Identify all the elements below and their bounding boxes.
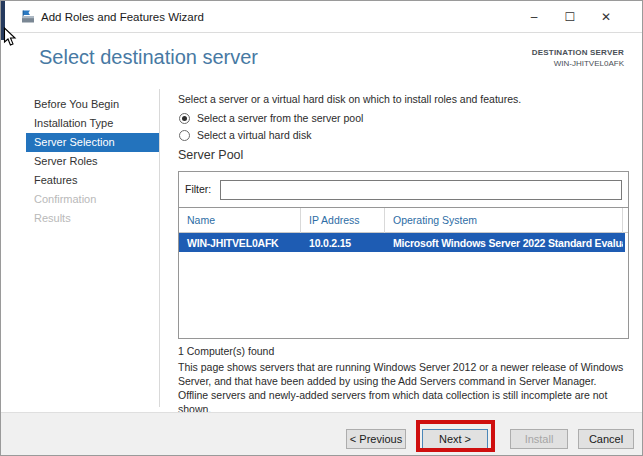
cell-server-name: WIN-JHITVEL0AFK (179, 237, 301, 249)
table-row[interactable]: WIN-JHITVEL0AFK 10.0.2.15 Microsoft Wind… (179, 233, 625, 252)
server-pool-title: Server Pool (178, 148, 243, 162)
destination-server-block: DESTINATION SERVER WIN-JHITVEL0AFK (532, 48, 624, 68)
main-content: Select a server or a virtual hard disk o… (178, 89, 629, 414)
sidebar-item-features[interactable]: Features (26, 171, 159, 190)
filter-label: Filter: (185, 183, 211, 195)
column-header-operating-system[interactable]: Operating System (385, 208, 623, 233)
cell-operating-system: Microsoft Windows Server 2022 Standard E… (385, 237, 623, 249)
wizard-header: Select destination server DESTINATION SE… (1, 33, 642, 89)
radio-select-server-pool[interactable]: Select a server from the server pool (179, 112, 363, 124)
sidebar-item-server-roles[interactable]: Server Roles (26, 152, 159, 171)
titlebar: Add Roles and Features Wizard – ☐ ✕ (1, 1, 642, 33)
wizard-footer: < Previous Next > Install Cancel (1, 412, 642, 455)
sidebar-item-confirmation: Confirmation (26, 190, 159, 209)
server-pool-panel: Filter: Name IP Address Operating System… (178, 171, 629, 339)
wizard-window: Add Roles and Features Wizard – ☐ ✕ Sele… (0, 0, 643, 456)
sidebar-item-server-selection[interactable]: Server Selection (26, 133, 159, 152)
window-controls: – ☐ ✕ (516, 1, 624, 32)
computers-found-count: 1 Computer(s) found (178, 345, 274, 357)
page-description: This page shows servers that are running… (178, 360, 629, 416)
mouse-cursor-icon (3, 27, 17, 47)
column-header-name[interactable]: Name (179, 208, 301, 233)
maximize-icon[interactable]: ☐ (552, 1, 588, 32)
radio-vhd-label: Select a virtual hard disk (197, 129, 311, 141)
destination-server-name: WIN-JHITVEL0AFK (532, 59, 624, 68)
wizard-body: Before You Begin Installation Type Serve… (1, 89, 642, 414)
window-title: Add Roles and Features Wizard (41, 11, 204, 23)
cell-ip-address: 10.0.2.15 (301, 237, 385, 249)
table-header: Name IP Address Operating System (179, 208, 628, 233)
previous-button[interactable]: < Previous (346, 429, 406, 449)
cancel-button[interactable]: Cancel (578, 429, 634, 449)
install-button[interactable]: Install (510, 429, 568, 449)
server-pool-table: Name IP Address Operating System WIN-JHI… (179, 207, 628, 338)
sidebar-item-installation-type[interactable]: Installation Type (26, 114, 159, 133)
sidebar-item-before-you-begin[interactable]: Before You Begin (26, 95, 159, 114)
intro-text: Select a server or a virtual hard disk o… (178, 93, 629, 105)
destination-server-label: DESTINATION SERVER (532, 48, 624, 57)
radio-checked-icon[interactable] (179, 113, 190, 124)
radio-select-vhd[interactable]: Select a virtual hard disk (179, 129, 311, 141)
page-title: Select destination server (39, 46, 258, 69)
radio-unchecked-icon[interactable] (179, 130, 190, 141)
close-icon[interactable]: ✕ (588, 1, 624, 32)
sidebar-item-results: Results (26, 209, 159, 228)
minimize-icon[interactable]: – (516, 1, 552, 32)
radio-server-pool-label: Select a server from the server pool (197, 112, 363, 124)
wizard-icon (21, 10, 35, 24)
column-header-ip-address[interactable]: IP Address (301, 208, 385, 233)
sidebar-separator (159, 89, 160, 407)
filter-input[interactable] (220, 180, 622, 200)
next-button-highlight-annotation (416, 420, 495, 452)
